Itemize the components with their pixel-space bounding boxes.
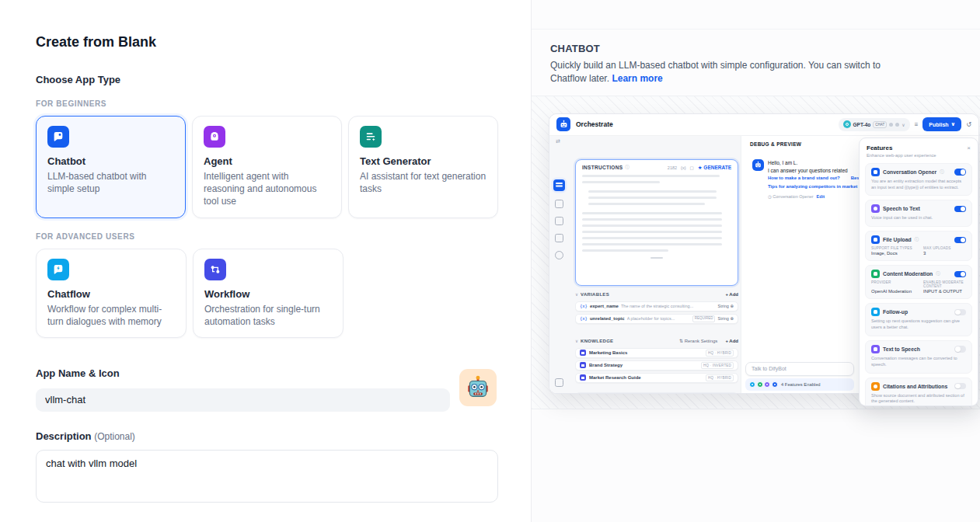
dataset-name: Brand Strategy xyxy=(589,363,698,367)
description-textarea[interactable]: chat with vllm model xyxy=(36,450,498,503)
app-type-title: Chatflow xyxy=(47,288,175,300)
meta-label: ENABLED MODERATE CONTENT xyxy=(923,280,966,288)
variable-name: unrelated_topic xyxy=(590,316,625,321)
variable-row: {x} expert_name The name of the strategi… xyxy=(575,301,738,311)
robot-emoji-icon xyxy=(465,374,491,401)
add-knowledge-button: + Add xyxy=(725,339,738,343)
feature-name: Conversation Opener xyxy=(883,169,936,175)
opener-edit-link: Edit xyxy=(817,194,825,199)
instructions-panel: INSTRUCTIONS ⓘ 2182 {x} ▢ ★ GENERATE xyxy=(575,159,738,286)
variable-type: String ⊕ xyxy=(717,304,734,308)
features-enabled-bar: 4 Features Enabled xyxy=(745,378,854,391)
text-generator-icon xyxy=(360,126,382,148)
feature-toggle xyxy=(954,271,966,278)
variables-section: ∨ VARIABLES + Add {x} expert_name The na… xyxy=(575,290,738,324)
variable-type: String ⊕ xyxy=(717,316,734,321)
advanced-app-types: Chatflow Workflow for complex multi-turn… xyxy=(36,249,498,338)
greeting-line: Hello, I am L. xyxy=(768,159,860,167)
app-icon-picker[interactable] xyxy=(459,369,497,406)
variable-name: expert_name xyxy=(590,304,619,308)
citations-icon xyxy=(871,382,880,391)
app-name-input[interactable] xyxy=(36,388,450,412)
feature-name: Text to Speech xyxy=(883,346,920,352)
right-panel-header-strip xyxy=(532,0,980,30)
features-title: Features xyxy=(867,144,892,151)
model-selector-chip: GPT-4o CHAT ∨ xyxy=(839,118,910,131)
variable-icon: {x} xyxy=(580,316,588,321)
feature-card-conversation-opener: Conversation Opener ⓘ You are an entity … xyxy=(865,163,972,197)
feature-name: Follow-up xyxy=(883,309,908,315)
feature-card-file-upload: File Upload ⓘ SUPPORT FILE TYPES MAX UPL… xyxy=(865,231,972,261)
feature-name: Speech to Text xyxy=(883,206,920,211)
app-type-title: Workflow xyxy=(204,288,332,300)
knowledge-item: Marketing Basics HQ · HYBRID xyxy=(575,348,738,358)
description-label-text: Description xyxy=(36,430,92,442)
chevron-down-icon: ∨ xyxy=(575,292,578,297)
chatbot-icon xyxy=(47,126,69,148)
feature-toggle xyxy=(954,383,966,390)
generate-button-preview: ★ GENERATE xyxy=(698,165,731,171)
required-badge: REQUIRED xyxy=(692,315,716,322)
variable-desc: The name of the strategic consulting... xyxy=(621,304,716,308)
document-tab-icon xyxy=(555,217,563,225)
chevron-down-icon: ∨ xyxy=(902,122,905,127)
meta-value: INPUT & OUTPUT xyxy=(923,289,966,294)
dataset-icon xyxy=(580,374,586,381)
chevron-down-icon: ∨ xyxy=(951,121,956,127)
vision-setting-row: Vision ⓘ RESOLUTION ⓘ High Low xyxy=(575,392,738,394)
skeleton-line xyxy=(582,249,668,252)
app-type-title: Text Generator xyxy=(360,155,487,167)
meta-label: MAX UPLOADS xyxy=(923,246,966,250)
app-type-card-text-generator[interactable]: Text Generator AI assistant for text gen… xyxy=(348,116,498,218)
chat-input-preview: Talk to DifyBot xyxy=(745,362,854,376)
feature-card-content-moderation: Content Moderation ⓘ PROVIDER ENABLED MO… xyxy=(865,265,972,299)
app-type-card-chatflow[interactable]: Chatflow Workflow for complex multi-turn… xyxy=(36,249,187,338)
debug-preview-label: DEBUG & PREVIEW xyxy=(750,141,801,147)
publish-button-preview: Publish ∨ xyxy=(922,117,961,131)
info-icon: ⓘ xyxy=(936,271,940,277)
dataset-icon xyxy=(580,350,586,356)
app-type-desc: Intelligent agent with reasoning and aut… xyxy=(204,170,330,208)
app-avatar-icon xyxy=(556,117,570,131)
feature-desc: Show source document and attributed sect… xyxy=(871,393,966,405)
feature-desc: Setting up next questions suggestion can… xyxy=(871,318,966,331)
skeleton-line xyxy=(588,190,717,193)
rail-collapse-icon: ⇄ xyxy=(556,138,560,144)
openai-model-icon xyxy=(843,120,851,128)
app-type-title: Chatbot xyxy=(47,155,174,167)
app-type-card-workflow[interactable]: Workflow Orchestration for single-turn a… xyxy=(193,249,344,338)
app-type-card-chatbot[interactable]: Chatbot LLM-based chatbot with simple se… xyxy=(36,116,186,218)
dataset-badge: HQ · HYBRID xyxy=(706,374,734,381)
feature-name: Citations and Attributions xyxy=(883,384,947,389)
dataset-name: Market Research Guide xyxy=(589,375,703,380)
publish-label: Publish xyxy=(929,122,948,127)
app-type-card-agent[interactable]: Agent Intelligent agent with reasoning a… xyxy=(192,116,342,218)
preview-topbar: Orchestrate GPT-4o CHAT ∨ ≡ Publish xyxy=(549,114,978,136)
rerank-icon: ⇅ xyxy=(679,339,683,343)
dataset-badge: HQ · INVERTED xyxy=(701,362,734,369)
rerank-label: Rerank Settings xyxy=(685,339,718,343)
copy-icon: ▢ xyxy=(690,165,694,170)
variable-icon: {x} xyxy=(580,304,588,308)
dataset-badge: HQ · HYBRID xyxy=(706,350,734,357)
feature-toggle xyxy=(954,206,966,213)
learn-more-link[interactable]: Learn more xyxy=(612,73,662,84)
for-beginners-label: FOR BEGINNERS xyxy=(36,99,498,108)
content-moderation-icon xyxy=(871,270,880,278)
description-label: Description (Optional) xyxy=(36,430,498,442)
description-optional-text: (Optional) xyxy=(94,431,135,442)
preview-side-rail: ⇄ xyxy=(549,136,570,393)
feature-desc: Voice input can be used in chat. xyxy=(871,215,966,221)
image-tab-icon xyxy=(555,200,563,208)
workflow-icon xyxy=(204,259,226,280)
feature-desc: Conversation messages can be converted t… xyxy=(871,356,966,368)
page-title: Create from Blank xyxy=(36,34,498,50)
chatflow-icon xyxy=(47,259,69,280)
meta-label: SUPPORT FILE TYPES xyxy=(871,246,920,250)
knowledge-item: Market Research Guide HQ · HYBRID xyxy=(575,373,738,383)
skeleton-line xyxy=(582,175,720,177)
suggestion-link: How to make a brand stand out? xyxy=(768,176,840,180)
meta-value: 3 xyxy=(923,251,966,256)
preview-window-title: Orchestrate xyxy=(576,120,613,128)
bot-avatar-icon xyxy=(752,159,764,171)
